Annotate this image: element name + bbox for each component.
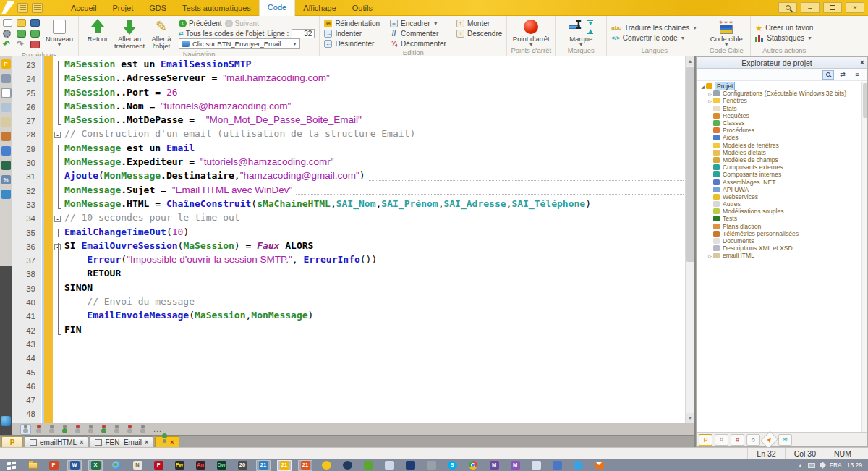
search-button[interactable] — [778, 2, 797, 13]
menu-tab-projet[interactable]: Projet — [104, 1, 141, 16]
powerpoint[interactable]: P — [46, 460, 61, 471]
shield-icon[interactable] — [1, 146, 11, 156]
expand-right-icon[interactable]: ▷ — [707, 253, 713, 258]
code-line-38[interactable]: RETOUR — [53, 268, 685, 281]
project-view-icon[interactable]: P — [699, 434, 712, 446]
form-icon[interactable] — [1, 117, 11, 127]
fold-toggle-icon[interactable]: - — [54, 132, 61, 138]
code-line-45[interactable] — [53, 366, 685, 380]
scroll-up-arrow[interactable]: ▲ — [686, 56, 694, 66]
explorer-scrollbar[interactable] — [861, 82, 867, 433]
tray-monitor-icon[interactable] — [808, 463, 815, 468]
internet-explorer[interactable] — [571, 460, 585, 471]
explorer-scrollbar-thumb[interactable] — [863, 83, 867, 118]
undo-icon[interactable]: ↶ — [3, 41, 12, 48]
tray-language[interactable]: FRA — [830, 462, 842, 469]
explorer-close-icon[interactable]: × — [857, 59, 867, 67]
blank-page-icon[interactable] — [1, 88, 11, 98]
code-element-button-5[interactable] — [72, 424, 83, 435]
rail-bottom-blue-icon[interactable] — [1, 416, 11, 426]
save-icon[interactable] — [30, 19, 40, 27]
code-line-29[interactable]: MonMessage est un Email — [53, 143, 685, 156]
windev-21[interactable]: 21 — [256, 460, 271, 471]
tab-close-icon[interactable]: × — [170, 438, 174, 446]
code-line-37[interactable]: Erreur("Impossible d'ouvrir la session S… — [53, 254, 685, 268]
menu-tab-code[interactable]: Code — [259, 0, 295, 16]
expand-right-icon[interactable]: ▷ — [707, 98, 713, 103]
code-cible-button[interactable]: ∗∗∗ Code cible ▼ — [707, 17, 746, 46]
webdev-21[interactable]: 21 — [298, 460, 312, 471]
scroll-down-arrow[interactable]: ▼ — [686, 413, 694, 423]
project-icon[interactable]: P — [1, 59, 11, 69]
more-button[interactable]: ... — [153, 425, 162, 433]
code-line-40[interactable]: // Envoi du message — [53, 296, 685, 310]
menu-tab-tests-automatiques[interactable]: Tests automatiques — [174, 1, 259, 16]
explorer-filter-icon[interactable]: ≡ — [851, 70, 863, 80]
nodes-icon[interactable]: ≋ — [778, 434, 792, 446]
suivant-button[interactable]: › Suivant — [225, 20, 259, 27]
dreamweaver[interactable]: Dw — [214, 460, 229, 471]
code-area[interactable]: MaSession est un EmailSessionSMTPMaSessi… — [53, 56, 685, 423]
mail-app[interactable] — [592, 460, 606, 471]
code-line-44[interactable] — [53, 352, 685, 365]
tree-item-api-uwa[interactable]: API UWA — [697, 186, 867, 193]
window-app[interactable] — [382, 460, 396, 471]
tray-clock[interactable]: 13:29 — [847, 462, 862, 469]
tree-item-projet[interactable]: ◢Projet — [697, 82, 867, 90]
notes-app[interactable]: N — [130, 460, 145, 471]
code-line-31[interactable]: Ajoute(MonMessage.Destinataire,"hamzacod… — [53, 170, 685, 184]
code-line-28[interactable]: -// Construction d'un email (utilisation… — [53, 128, 685, 142]
code-line-46[interactable] — [53, 380, 685, 394]
tree-item-proc-dures[interactable]: Procédures — [697, 127, 867, 134]
code-line-24[interactable]: MaSession..AdresseServeur = "mail.hamzac… — [53, 72, 685, 86]
fireworks[interactable]: Fw — [172, 460, 187, 471]
tab-close-icon[interactable]: × — [80, 438, 83, 446]
tray-expand-icon[interactable]: ▲ — [798, 463, 803, 468]
tree-item-documents[interactable]: Documents — [697, 237, 867, 245]
code-element-button-4[interactable] — [59, 424, 70, 435]
redo-icon[interactable]: ↷ — [17, 41, 26, 48]
aller-au-traitement-button[interactable]: Aller au traitement — [114, 17, 145, 50]
code-element-button-10[interactable] — [137, 424, 148, 435]
code-element-button-8[interactable] — [111, 424, 122, 435]
tree-item-aides[interactable]: Aides — [697, 134, 867, 141]
monter-button[interactable]: ↑Monter — [456, 19, 502, 28]
code-line-34[interactable]: -// 10 secondes pour le time out — [53, 212, 685, 226]
doc-tab-FEN_Email[interactable]: FEN_Email× — [90, 436, 153, 447]
code-event-combo[interactable]: Clic sur BTN_Envoyer_Email ▼ — [179, 38, 300, 49]
code-element-button-6[interactable] — [85, 424, 96, 435]
reindentation-button[interactable]: ≋Réindentation — [324, 19, 380, 28]
chrome[interactable] — [466, 460, 480, 471]
open-icon[interactable] — [17, 19, 26, 27]
database-icon[interactable] — [17, 30, 26, 38]
tree-item-webservices[interactable]: Webservices — [697, 193, 867, 200]
tree-item-classes[interactable]: Classes — [697, 119, 867, 127]
code-line-42[interactable]: FIN — [53, 324, 685, 338]
excel[interactable]: X — [88, 460, 103, 471]
new-file-icon[interactable] — [3, 19, 12, 27]
globe-icon[interactable] — [1, 190, 11, 199]
creer-favori-button[interactable]: ★Créer un favori — [755, 23, 813, 33]
tree-item-tests[interactable]: Tests — [697, 215, 867, 222]
network-icon[interactable] — [30, 41, 40, 48]
camera-app[interactable] — [424, 460, 438, 471]
explorer-sync-icon[interactable]: ⇄ — [837, 70, 848, 80]
tree-item-mod-lisations-souples[interactable]: Modélisations souples — [697, 208, 867, 215]
tous-codes-button[interactable]: ⇄ Tous les codes de l'objet — [179, 30, 264, 38]
skype[interactable]: S — [445, 460, 459, 471]
vertical-scrollbar[interactable]: ▲ ▼ — [685, 56, 694, 423]
next-mark-icon[interactable]: ▼ — [587, 20, 593, 26]
blue-app[interactable] — [403, 460, 417, 471]
fold-toggle-icon[interactable]: - — [54, 216, 61, 222]
encadrer-button[interactable]: ≡Encadrer▼ — [390, 19, 446, 28]
maximize-button[interactable] — [823, 2, 842, 13]
hierarchy-icon[interactable] — [1, 74, 11, 83]
tree-item-descriptions-xml-et-xsd[interactable]: Descriptions XML et XSD — [697, 245, 867, 252]
tree-item-configurations-ex-cutable-wind[interactable]: ▷Configurations (Exécutable Windows 32 b… — [697, 90, 867, 97]
keyboard-icon[interactable]: ⌗ — [715, 434, 728, 446]
settings-gear-icon[interactable] — [3, 30, 11, 38]
aller-a-objet-button[interactable]: ✎ Aller à l'objet — [145, 17, 177, 50]
tree-item-composants-externes[interactable]: Composants externes — [697, 164, 867, 171]
code-line-27[interactable]: MaSession..MotDePasse = "Mon_Mot_De_Pass… — [53, 114, 685, 128]
tree-item-composants-internes[interactable]: Composants internes — [697, 171, 867, 178]
